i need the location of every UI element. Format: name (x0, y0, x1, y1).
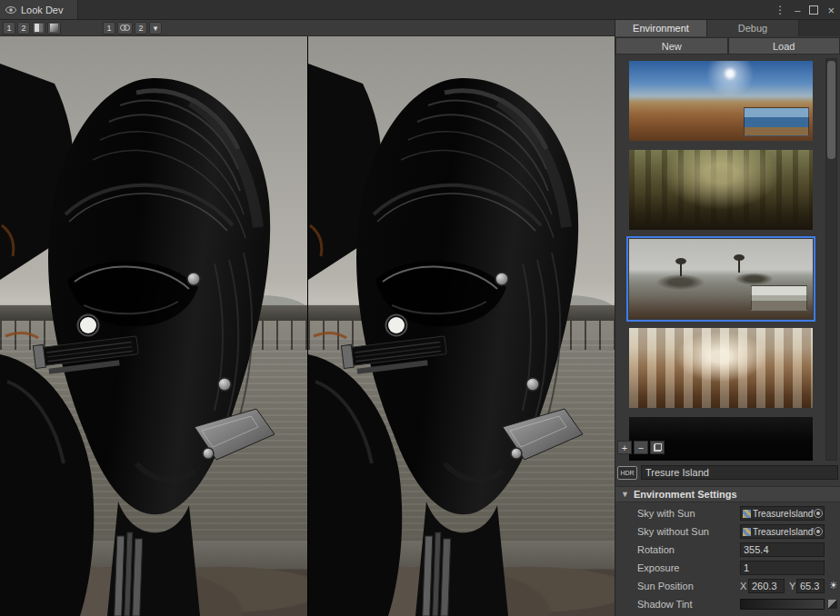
window-title: Look Dev (21, 5, 63, 15)
exposure-field[interactable] (740, 561, 825, 575)
sky-without-sun-label: Sky without Sun (637, 526, 709, 537)
link-icon (120, 25, 130, 31)
sun-x-field[interactable] (748, 579, 785, 593)
sky-with-sun-value: TreasureIslandWh (753, 509, 814, 519)
rotation-input[interactable] (741, 544, 824, 555)
split-view-icon (35, 24, 43, 32)
sky-with-sun-object-field[interactable]: TreasureIslandWh (740, 506, 825, 521)
environment-settings-header[interactable]: ▼ Environment Settings (615, 486, 840, 502)
menu-icon[interactable]: ⋮ (775, 0, 785, 20)
env-thumbnail-inset (744, 107, 809, 136)
rotation-label: Rotation (637, 544, 675, 555)
sky-without-sun-row: Sky without Sun TreasureIslandWh (615, 522, 840, 541)
shadow-tint-label: Shadow Tint (637, 599, 693, 610)
exposure-input[interactable] (741, 562, 824, 573)
remove-environment-button[interactable]: − (634, 441, 648, 454)
color-picker-icon[interactable] (828, 600, 837, 609)
exposure-label: Exposure (637, 562, 679, 573)
shadow-tint-row: Shadow Tint (615, 595, 840, 613)
hdr-badge-icon: HDR (617, 466, 637, 480)
sun-position-label: Sun Position (637, 581, 694, 591)
title-bar: Look Dev ⋮ – × (0, 0, 840, 20)
load-button[interactable]: Load (728, 37, 840, 55)
viewport-area (0, 36, 615, 616)
duplicate-icon (654, 443, 662, 452)
foldout-arrow-icon: ▼ (621, 490, 629, 499)
sun-y-label: Y (789, 581, 795, 591)
rotation-field[interactable] (740, 542, 825, 557)
lookdev-toolbar: 1 2 1 2 ▾ (0, 20, 615, 36)
blend-view-icon (50, 24, 58, 32)
close-icon[interactable]: × (827, 4, 835, 17)
sun-y-field[interactable] (796, 579, 825, 593)
hdr-name-row: HDR (617, 464, 838, 481)
env-thumbnail-church[interactable] (629, 328, 813, 408)
environment-link-button[interactable] (117, 22, 133, 35)
robot-model-render (0, 36, 307, 616)
eye-icon (5, 5, 16, 15)
object-picker-icon[interactable] (814, 527, 823, 536)
scrollbar-thumb[interactable] (827, 61, 835, 159)
lookdev-viewport-1[interactable] (0, 36, 307, 616)
add-environment-button[interactable]: + (617, 441, 632, 454)
sun-icon[interactable]: ☀ (827, 579, 840, 591)
settings-properties: Sky with Sun TreasureIslandWh Sky withou… (615, 504, 840, 613)
lookdev-viewport-2[interactable] (307, 36, 615, 616)
robot-model-render (308, 36, 615, 616)
sun-x-input[interactable] (749, 581, 784, 591)
sky-with-sun-label: Sky with Sun (637, 508, 695, 519)
new-button[interactable]: New (615, 37, 728, 55)
environment-2-button[interactable]: 2 (135, 22, 147, 35)
settings-title: Environment Settings (634, 489, 737, 500)
exposure-row: Exposure (615, 559, 840, 577)
palm-tree (738, 259, 740, 273)
env-thumbnail-treasure-island[interactable] (629, 239, 813, 319)
env-thumbnail-inset (751, 285, 807, 311)
env-list-scrollbar[interactable] (825, 58, 837, 461)
env-thumbnail-forest[interactable] (629, 150, 813, 230)
environment-panel: Environment Debug New Load + − (615, 20, 840, 616)
toolbar-dropdown-button[interactable]: ▾ (149, 22, 162, 35)
view-mode-1-button[interactable]: 1 (3, 22, 15, 35)
object-picker-icon[interactable] (814, 509, 823, 518)
rotation-row: Rotation (615, 541, 840, 559)
env-thumbnail-desert[interactable] (629, 61, 813, 141)
panel-tabs: Environment Debug (615, 20, 840, 36)
texture-icon (743, 528, 751, 536)
sky-with-sun-row: Sky with Sun TreasureIslandWh (615, 504, 840, 522)
duplicate-environment-button[interactable] (650, 441, 665, 454)
palm-tree (680, 263, 682, 276)
maximize-icon[interactable] (809, 5, 818, 15)
environment-name-input[interactable] (641, 465, 838, 480)
environment-list (615, 58, 825, 461)
view-mode-2-button[interactable]: 2 (17, 22, 30, 35)
sun-x-label: X (740, 581, 746, 591)
tab-environment[interactable]: Environment (615, 20, 707, 36)
sun-position-row: Sun Position X Y ☀ (615, 577, 840, 595)
shadow-tint-color-swatch[interactable] (740, 599, 825, 610)
sky-without-sun-value: TreasureIslandWh (753, 527, 814, 537)
texture-icon (743, 510, 751, 518)
new-load-row: New Load (615, 37, 840, 55)
environment-1-button[interactable]: 1 (103, 22, 115, 35)
sky-without-sun-object-field[interactable]: TreasureIslandWh (740, 524, 825, 539)
split-blend-button[interactable] (47, 22, 61, 35)
sun-y-input[interactable] (797, 581, 824, 591)
side-by-side-button[interactable] (32, 22, 45, 35)
env-list-controls: + − (617, 441, 665, 454)
lookdev-tab[interactable]: Look Dev (0, 0, 78, 19)
lookdev-window: Look Dev ⋮ – × 1 2 1 2 ▾ (0, 0, 840, 616)
minimize-icon[interactable]: – (795, 5, 800, 15)
tab-debug[interactable]: Debug (707, 20, 799, 36)
